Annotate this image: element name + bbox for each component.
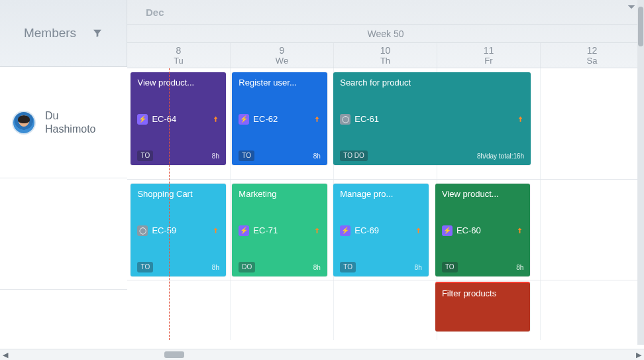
status-badge: TO (137, 262, 153, 272)
scrollbar-track[interactable] (11, 351, 633, 358)
week-label: Week 50 (127, 25, 644, 43)
priority-high-icon (516, 226, 523, 235)
card-title: Register user... (239, 78, 321, 88)
timeline-header: Dec Week 50 8Tu 9We 10Th 11Fr 12Sa (127, 0, 644, 68)
task-card-ec60[interactable]: View product... ⚡ EC-60 TO 8h (435, 184, 531, 276)
status-badge: TO (442, 262, 458, 272)
task-card-ec64[interactable]: View product... ⚡ EC-64 TO 8h (131, 72, 226, 165)
today-line (169, 68, 170, 340)
task-row-1: View product... ⚡ EC-64 TO 8h Register u… (127, 68, 644, 180)
scroll-left-icon[interactable]: ◀ (0, 351, 11, 359)
filter-icon[interactable] (92, 28, 103, 38)
member-last: Hashimoto (45, 123, 95, 135)
month-label: Dec (127, 0, 644, 25)
day-col-4[interactable]: 12Sa (541, 43, 644, 68)
epic-icon: ⚡ (239, 225, 249, 236)
sidebar-title: Members (24, 26, 76, 40)
issue-key: EC-61 (354, 114, 379, 124)
issue-key: EC-69 (354, 225, 379, 235)
priority-high-icon (212, 226, 219, 235)
horizontal-scrollbar[interactable]: ◀ ▶ (0, 349, 644, 360)
issue-key: EC-71 (253, 225, 278, 235)
card-title: Manage pro... (340, 189, 422, 199)
task-card-ec69[interactable]: Manage pro... ⚡ EC-69 TO 8h (333, 184, 429, 276)
task-card-ec59[interactable]: Shopping Cart ◯ EC-59 TO 8h (131, 184, 226, 276)
scroll-right-icon[interactable]: ▶ (633, 351, 644, 359)
hours: 8h (516, 264, 523, 271)
timeline: Dec Week 50 8Tu 9We 10Th 11Fr 12Sa View … (127, 0, 644, 345)
issue-key: EC-64 (152, 114, 176, 124)
hours: 8h (415, 264, 422, 271)
issue-key: EC-62 (253, 114, 278, 124)
task-card-ec62[interactable]: Register user... ⚡ EC-62 TO 8h (232, 72, 327, 165)
card-title: Marketing (239, 189, 321, 199)
epic-icon: ⚡ (239, 114, 249, 125)
sidebar: Members Du Hashimoto (0, 0, 127, 345)
priority-high-icon (517, 115, 524, 123)
task-rows: View product... ⚡ EC-64 TO 8h Register u… (127, 68, 644, 340)
member-first: Du (45, 109, 95, 122)
task-row-3: Filter products (127, 280, 644, 340)
vertical-scrollbar[interactable] (637, 0, 644, 345)
card-title: Search for product (340, 78, 524, 88)
hours: 8h/day total:16h (477, 152, 524, 160)
task-card-ec71[interactable]: Marketing ⚡ EC-71 DO 8h (232, 184, 327, 276)
hours: 8h (313, 152, 321, 160)
chevron-down-icon[interactable] (623, 1, 640, 13)
status-badge: TO (340, 262, 356, 272)
card-title: Filter products (442, 288, 524, 298)
status-badge: DO (239, 262, 255, 272)
day-col-0[interactable]: 8Tu (127, 43, 231, 68)
status-badge: TO DO (340, 150, 367, 161)
task-card-ec61[interactable]: Search for product ◯ EC-61 TO DO 8h/day … (333, 72, 531, 165)
hours: 8h (212, 264, 219, 271)
epic-icon: ⚡ (340, 225, 350, 236)
priority-high-icon (313, 115, 321, 123)
story-icon: ◯ (340, 114, 350, 125)
status-badge: TO (239, 150, 254, 161)
status-badge: TO (137, 150, 153, 161)
member-row[interactable]: Du Hashimoto (0, 67, 127, 178)
hours: 8h (212, 152, 219, 160)
epic-icon: ⚡ (137, 114, 148, 125)
task-row-2: Shopping Cart ◯ EC-59 TO 8h Marketing ⚡ (127, 180, 644, 280)
priority-high-icon (313, 226, 321, 235)
day-header-row: 8Tu 9We 10Th 11Fr 12Sa (127, 43, 644, 68)
priority-high-icon (212, 115, 219, 123)
avatar (12, 111, 36, 135)
card-title: Shopping Cart (137, 189, 219, 199)
task-card-filter-products[interactable]: Filter products (435, 282, 531, 331)
priority-high-icon (415, 226, 422, 235)
card-title: View product... (137, 78, 219, 88)
story-icon: ◯ (137, 225, 148, 236)
card-title: View product... (442, 189, 524, 199)
day-col-2[interactable]: 10Th (334, 43, 437, 68)
day-col-3[interactable]: 11Fr (437, 43, 541, 68)
issue-key: EC-59 (152, 225, 176, 235)
member-row-empty (0, 178, 127, 290)
member-name: Du Hashimoto (45, 109, 95, 135)
sidebar-header: Members (0, 0, 127, 67)
epic-icon: ⚡ (442, 225, 453, 236)
scrollbar-thumb[interactable] (164, 351, 184, 358)
issue-key: EC-60 (456, 225, 481, 235)
hours: 8h (313, 264, 321, 271)
day-col-1[interactable]: 9We (231, 43, 334, 68)
